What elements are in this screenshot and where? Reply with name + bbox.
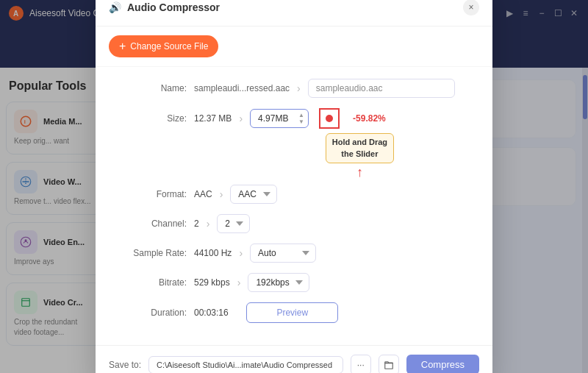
size-input-wrapper: ▲ ▼ bbox=[250, 109, 309, 128]
bitrate-source-value: 529 kbps bbox=[194, 277, 230, 288]
form-content: Name: sampleaudi...ressed.aac › Size: 12… bbox=[96, 67, 492, 345]
slider-dot bbox=[326, 115, 333, 122]
channel-row: Channel: 2 › 2 1 bbox=[113, 214, 475, 233]
size-slider[interactable] bbox=[319, 108, 340, 129]
bitrate-select[interactable]: 192kbps 128kbps 320kbps bbox=[248, 273, 309, 292]
bitrate-label: Bitrate: bbox=[113, 277, 187, 288]
size-decrement[interactable]: ▼ bbox=[297, 119, 306, 125]
size-label: Size: bbox=[113, 113, 187, 124]
sample-rate-arrow: › bbox=[239, 247, 243, 259]
change-source-button[interactable]: + Change Source File bbox=[109, 35, 218, 57]
modal-footer: Save to: C:\Aiseesoft Studio\Ai...imate\… bbox=[96, 345, 492, 373]
channel-source-value: 2 bbox=[194, 219, 199, 229]
size-arrow: › bbox=[239, 113, 243, 124]
sample-rate-label: Sample Rate: bbox=[113, 248, 187, 258]
duration-label: Duration: bbox=[113, 308, 187, 318]
modal-header: 🔊 Audio Compressor × bbox=[96, 0, 492, 26]
modal-close-button[interactable]: × bbox=[463, 0, 479, 15]
format-source-value: AAC bbox=[194, 189, 212, 199]
save-to-label: Save to: bbox=[109, 360, 141, 370]
size-spinners: ▲ ▼ bbox=[297, 113, 306, 125]
modal-title: Audio Compressor bbox=[127, 1, 457, 13]
name-label: Name: bbox=[113, 83, 187, 93]
channel-label: Channel: bbox=[113, 219, 187, 229]
folder-icon-button[interactable] bbox=[379, 355, 399, 373]
format-label: Format: bbox=[113, 189, 187, 199]
format-arrow: › bbox=[220, 188, 223, 200]
compress-button[interactable]: Compress bbox=[406, 355, 479, 373]
bitrate-arrow: › bbox=[237, 277, 241, 288]
name-input[interactable] bbox=[308, 79, 455, 98]
name-row: Name: sampleaudi...ressed.aac › bbox=[113, 79, 475, 98]
sample-rate-source-value: 44100 Hz bbox=[194, 248, 232, 258]
more-options-button[interactable]: ··· bbox=[351, 355, 371, 373]
size-row: Size: 12.37 MB › ▲ ▼ -59.82% bbox=[113, 108, 475, 129]
channel-select[interactable]: 2 1 bbox=[217, 214, 250, 233]
duration-row: Duration: 00:03:16 › Preview bbox=[113, 302, 475, 323]
name-source-value: sampleaudi...ressed.aac bbox=[194, 83, 290, 93]
save-to-path: C:\Aiseesoft Studio\Ai...imate\Audio Com… bbox=[148, 356, 343, 373]
slider-annotation: Hold and Dragthe Slider ↑ bbox=[113, 133, 475, 180]
format-select[interactable]: AAC MP3 WAV bbox=[230, 185, 277, 204]
duration-source-value: 00:03:16 bbox=[194, 308, 229, 318]
annotation-label: Hold and Dragthe Slider bbox=[326, 133, 394, 163]
sample-rate-select[interactable]: Auto 44100 Hz 48000 Hz bbox=[250, 244, 316, 263]
change-source-section: + Change Source File bbox=[96, 26, 492, 67]
size-increment[interactable]: ▲ bbox=[297, 113, 306, 118]
plus-icon: + bbox=[119, 40, 126, 53]
annotation-container: Hold and Dragthe Slider ↑ bbox=[326, 133, 394, 180]
name-arrow: › bbox=[297, 82, 301, 94]
preview-button[interactable]: Preview bbox=[246, 302, 338, 323]
size-percent: -59.82% bbox=[353, 113, 386, 124]
format-row: Format: AAC › AAC MP3 WAV bbox=[113, 185, 475, 204]
audio-compressor-modal: 🔊 Audio Compressor × + Change Source Fil… bbox=[96, 0, 492, 373]
audio-icon: 🔊 bbox=[109, 1, 121, 13]
bitrate-row: Bitrate: 529 kbps › 192kbps 128kbps 320k… bbox=[113, 273, 475, 292]
sample-rate-row: Sample Rate: 44100 Hz › Auto 44100 Hz 48… bbox=[113, 244, 475, 263]
annotation-arrow-up: ↑ bbox=[356, 165, 363, 180]
channel-arrow: › bbox=[207, 218, 210, 230]
size-source-value: 12.37 MB bbox=[194, 113, 232, 124]
modal-overlay: 🔊 Audio Compressor × + Change Source Fil… bbox=[0, 0, 588, 373]
change-source-label: Change Source File bbox=[130, 41, 208, 51]
